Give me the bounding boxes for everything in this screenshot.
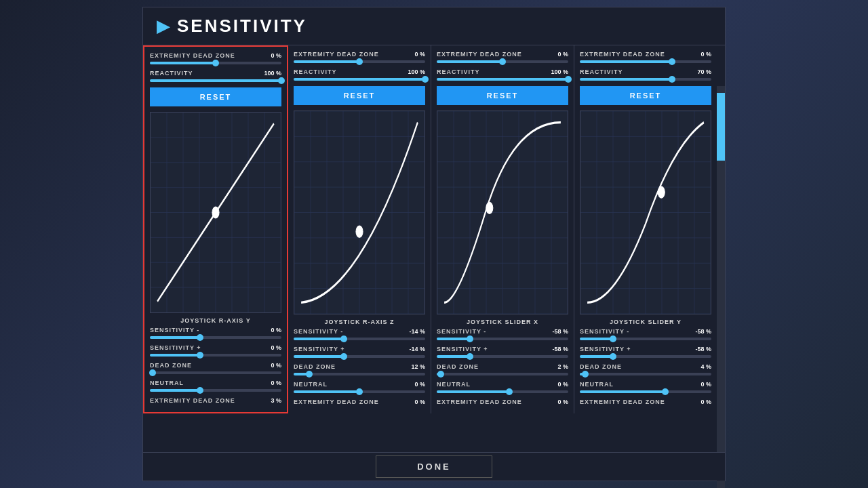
sensitivity-plus-fill	[150, 354, 200, 357]
dead-zone-track-2[interactable]	[294, 373, 425, 375]
done-button[interactable]: DONE	[376, 455, 492, 478]
sensitivity-plus-thumb[interactable]	[197, 352, 203, 359]
neutral-row-2: NEUTRAL 0 %	[294, 381, 425, 388]
content-area: EXTREMITY DEAD ZONE 0 % REACTIVITY 100 %	[143, 45, 725, 454]
reactivity-fill-2	[294, 78, 425, 81]
sens-plus-track-2[interactable]	[294, 355, 425, 358]
scrollbar-thumb[interactable]	[717, 93, 725, 161]
axis-label-2: JOYSTICK R-AXIS Z	[294, 319, 425, 325]
sens-minus-label-2: SENSITIVITY -	[294, 328, 343, 335]
reactivity-fill	[150, 79, 281, 82]
sens-plus-track-4[interactable]	[580, 355, 711, 358]
dead-zone-track-4[interactable]	[580, 373, 711, 375]
sensitivity-plus-track[interactable]	[150, 354, 281, 357]
chart-joystick-slider-x[interactable]	[437, 110, 568, 314]
sensitivity-minus-track[interactable]	[150, 336, 281, 339]
column-joystick-slider-x[interactable]: EXTREMITY DEAD ZONE 0 % REACTIVITY 100 %…	[431, 45, 574, 413]
sens-plus-thumb-3[interactable]	[467, 353, 473, 360]
extremity-dz-top-track-4[interactable]	[580, 60, 711, 63]
neutral-track[interactable]	[150, 389, 281, 392]
reset-button[interactable]: RESET	[150, 87, 281, 106]
neutral-thumb-3[interactable]	[506, 388, 513, 395]
dead-zone-label-3: DEAD ZONE	[437, 363, 479, 370]
sens-plus-track-3[interactable]	[437, 355, 568, 358]
sensitivity-plus-row-3: SENSITIVITY + -58 %	[437, 346, 568, 352]
extremity-dead-zone-bottom-value: 3 %	[261, 397, 281, 404]
neutral-value-2: 0 %	[405, 381, 425, 388]
chart-joystick-r-axis-y[interactable]	[150, 112, 281, 313]
extremity-dz-top-thumb-4[interactable]	[669, 58, 675, 65]
dead-zone-thumb-2[interactable]	[306, 371, 313, 378]
sens-minus-track-3[interactable]	[437, 338, 568, 340]
extremity-dead-zone-top-thumb[interactable]	[212, 60, 219, 66]
svg-point-19	[212, 207, 219, 218]
extremity-dead-zone-top-fill	[150, 62, 216, 64]
reactivity-fill-3	[437, 78, 568, 81]
neutral-track-3[interactable]	[437, 390, 568, 393]
done-bar: DONE	[143, 452, 725, 481]
sensitivity-plus-row: SENSITIVITY + 0 %	[150, 344, 281, 351]
extremity-dz-bottom-label-4: EXTREMITY DEAD ZONE	[580, 399, 665, 405]
sens-minus-thumb-4[interactable]	[610, 336, 616, 342]
dead-zone-thumb-3[interactable]	[437, 371, 444, 378]
reactivity-label-4: REACTIVITY	[580, 68, 623, 75]
reactivity-thumb-4[interactable]	[669, 76, 675, 83]
reactivity-track-3[interactable]	[437, 78, 568, 81]
chart-joystick-slider-y[interactable]	[580, 110, 711, 314]
extremity-dz-top-fill-3	[437, 60, 502, 63]
dead-zone-thumb[interactable]	[149, 369, 156, 376]
neutral-track-4[interactable]	[580, 390, 711, 393]
sens-plus-thumb-2[interactable]	[340, 353, 347, 360]
reactivity-thumb-3[interactable]	[565, 76, 572, 83]
column-joystick-slider-y[interactable]: EXTREMITY DEAD ZONE 0 % REACTIVITY 70 % …	[574, 45, 717, 413]
extremity-dz-top-thumb-2[interactable]	[356, 58, 363, 65]
extremity-dz-top-track-3[interactable]	[437, 60, 568, 63]
reactivity-track-2[interactable]	[294, 78, 425, 81]
neutral-track-2[interactable]	[294, 390, 425, 393]
neutral-thumb[interactable]	[197, 387, 203, 394]
reactivity-thumb-2[interactable]	[422, 76, 429, 83]
extremity-dz-top-fill-2	[294, 60, 359, 63]
sens-minus-fill-2	[294, 338, 344, 340]
scrollbar[interactable]	[717, 86, 725, 488]
sens-minus-thumb-2[interactable]	[340, 336, 347, 342]
neutral-thumb-2[interactable]	[356, 388, 363, 395]
dead-zone-value: 0 %	[261, 362, 281, 369]
extremity-dz-bottom-value-2: 0 %	[405, 399, 425, 405]
reset-button-2[interactable]: RESET	[294, 86, 425, 105]
sens-minus-track-4[interactable]	[580, 338, 711, 340]
sens-minus-fill-3	[437, 338, 470, 340]
sensitivity-minus-thumb[interactable]	[197, 334, 203, 341]
dead-zone-value-4: 4 %	[691, 363, 711, 370]
reactivity-track-4[interactable]	[580, 78, 711, 81]
extremity-dz-top-track-2[interactable]	[294, 60, 425, 63]
reactivity-track[interactable]	[150, 79, 281, 82]
dead-zone-label: DEAD ZONE	[150, 362, 192, 369]
column-joystick-r-axis-z[interactable]: EXTREMITY DEAD ZONE 0 % REACTIVITY 100 %…	[288, 45, 431, 413]
neutral-thumb-4[interactable]	[662, 388, 669, 395]
chart-joystick-r-axis-z[interactable]	[294, 110, 425, 314]
sens-minus-fill-4	[580, 338, 613, 340]
sens-plus-thumb-4[interactable]	[610, 353, 616, 360]
sens-minus-thumb-3[interactable]	[467, 336, 473, 342]
dead-zone-track[interactable]	[150, 371, 281, 374]
sens-plus-value-2: -14 %	[405, 346, 425, 352]
reactivity-thumb[interactable]	[278, 77, 285, 84]
reset-button-4[interactable]: RESET	[580, 86, 711, 105]
dead-zone-track-3[interactable]	[437, 373, 568, 375]
chart-svg-2	[294, 111, 425, 314]
sens-minus-track-2[interactable]	[294, 338, 425, 340]
dead-zone-thumb-4[interactable]	[582, 371, 589, 378]
extremity-dead-zone-top-track[interactable]	[150, 62, 281, 64]
reset-button-3[interactable]: RESET	[437, 86, 568, 105]
sensitivity-minus-row-2: SENSITIVITY - -14 %	[294, 328, 425, 335]
header: ▶ SENSITIVITY	[143, 7, 725, 45]
sens-minus-value-2: -14 %	[405, 328, 425, 335]
reactivity-row-2: REACTIVITY 100 %	[294, 68, 425, 75]
extremity-dz-top-thumb-3[interactable]	[499, 58, 506, 65]
sens-minus-label-3: SENSITIVITY -	[437, 328, 486, 335]
chart-svg	[151, 113, 281, 312]
column-joystick-r-axis-y[interactable]: EXTREMITY DEAD ZONE 0 % REACTIVITY 100 %	[143, 45, 288, 413]
dead-zone-value-3: 2 %	[548, 363, 568, 370]
neutral-value-3: 0 %	[548, 381, 568, 388]
